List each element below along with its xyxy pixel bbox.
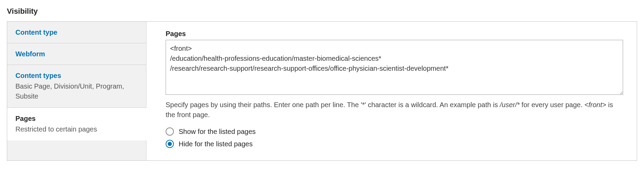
tab-pages[interactable]: Pages Restricted to certain pages [7,108,146,140]
visibility-panel: Content type Webform Content types Basic… [7,21,637,161]
description-text: Specify pages by using their paths. Ente… [166,101,500,109]
description-example-path: /user/* [500,101,520,109]
tab-content-types[interactable]: Content types Basic Page, Division/Unit,… [7,65,146,108]
radio-label: Hide for the listed pages [179,140,253,148]
tab-summary: Basic Page, Division/Unit, Program, Subs… [15,81,138,101]
tab-label: Webform [15,49,138,58]
pages-textarea[interactable] [166,40,623,95]
tab-label: Content types [15,71,138,80]
visibility-radios: Show for the listed pages Hide for the l… [166,127,623,148]
pages-description: Specify pages by using their paths. Ente… [166,100,623,120]
radio-icon [166,127,174,136]
tab-label: Pages [15,114,138,123]
tab-content-type[interactable]: Content type [7,22,146,43]
radio-label: Show for the listed pages [179,128,256,136]
radio-show-listed[interactable]: Show for the listed pages [166,127,623,136]
tab-content-pages: Pages Specify pages by using their paths… [146,22,637,160]
description-text: for every user page. [520,101,584,109]
radio-icon [166,140,174,148]
radio-hide-listed[interactable]: Hide for the listed pages [166,140,623,148]
pages-label: Pages [166,30,623,38]
tab-summary: Restricted to certain pages [15,124,138,134]
vertical-tabs: Content type Webform Content types Basic… [7,22,146,160]
section-title: Visibility [7,7,637,16]
tab-webform[interactable]: Webform [7,43,146,65]
tab-label: Content type [15,28,138,37]
description-front-token: <front> [584,101,606,109]
